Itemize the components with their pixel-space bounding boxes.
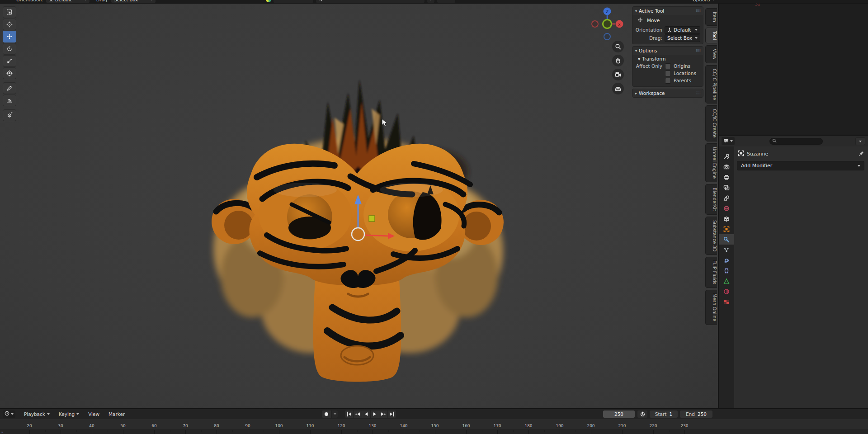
- filter-button[interactable]: [855, 137, 865, 145]
- tool-annotate-button[interactable]: [3, 82, 16, 94]
- end-frame-field[interactable]: End 250: [680, 410, 712, 418]
- drag-dots-icon[interactable]: ⠿⠿: [696, 9, 700, 13]
- expand-arrow-icon[interactable]: »: [1, 429, 4, 434]
- tool-scale-button[interactable]: [3, 55, 16, 67]
- pan-icon[interactable]: [612, 55, 624, 66]
- checkbox-origins[interactable]: [665, 63, 671, 69]
- properties-tab-collection[interactable]: [719, 213, 734, 224]
- drag-dropdown[interactable]: Select Box: [665, 34, 700, 42]
- ruler-tick: [466, 430, 467, 434]
- properties-tab-output[interactable]: [719, 172, 734, 182]
- properties-tab-physics[interactable]: [719, 255, 734, 265]
- properties-tab-particles[interactable]: [719, 245, 734, 255]
- outliner-area[interactable]: 31: [719, 4, 868, 134]
- properties-tab-material[interactable]: [719, 286, 734, 297]
- snapping-icon-group[interactable]: [273, 0, 314, 3]
- workspace-header[interactable]: ▸ Workspace ⠿⠿: [632, 89, 703, 97]
- properties-tab-tool[interactable]: [719, 151, 734, 161]
- navigation-gizmo[interactable]: Z x: [590, 4, 628, 45]
- tool-measure-button[interactable]: [3, 94, 16, 106]
- next-keyframe-button[interactable]: [379, 410, 387, 418]
- proportional-edit-field[interactable]: [316, 0, 425, 3]
- orientation-dropdown[interactable]: Default: [665, 26, 700, 34]
- properties-tab-view-layer[interactable]: [719, 182, 734, 193]
- start-frame-field[interactable]: Start 1: [650, 410, 678, 418]
- axis-y-ball[interactable]: [603, 20, 612, 28]
- grid-icon[interactable]: [612, 83, 624, 94]
- editor-type-button[interactable]: [722, 137, 735, 145]
- tool-select-box-button[interactable]: [3, 6, 16, 18]
- properties-tab-object[interactable]: [719, 224, 734, 234]
- suzanne-model[interactable]: [199, 59, 515, 393]
- sidebar-tab-unreal-engine[interactable]: Unreal Engine: [705, 143, 717, 182]
- drag-dots-icon[interactable]: ⠿⠿: [696, 49, 700, 53]
- transform-subsection[interactable]: ▾ Transform: [632, 55, 703, 62]
- pin-icon[interactable]: [859, 151, 864, 157]
- tool-transform-button[interactable]: [3, 67, 16, 79]
- menu-marker[interactable]: Marker: [104, 410, 129, 418]
- current-frame-field[interactable]: 250: [603, 410, 635, 418]
- active-tool-panel: ▾ Active Tool ⠿⠿ Move Orientation Defaul…: [632, 6, 703, 99]
- timeline-ruler[interactable]: 2030405060708090100110120130140150160170…: [0, 419, 868, 429]
- zoom-icon[interactable]: [612, 41, 624, 52]
- add-modifier-dropdown[interactable]: Add Modifier: [737, 161, 864, 170]
- auto-keying-dropdown[interactable]: [332, 410, 338, 418]
- active-tool-header[interactable]: ▾ Active Tool ⠿⠿: [632, 7, 703, 15]
- play-button[interactable]: [371, 410, 379, 418]
- properties-tab-data[interactable]: [719, 276, 734, 286]
- camera-icon[interactable]: [612, 69, 624, 80]
- drag-row: Drag: Select Box: [632, 34, 703, 44]
- orientation-dropdown[interactable]: Default: [46, 0, 90, 3]
- orientation-label: Orientation: [635, 27, 662, 33]
- timeline-channel[interactable]: [0, 429, 868, 434]
- ruler-tick: [341, 430, 342, 434]
- ruler-tick: [560, 430, 560, 434]
- properties-tab-texture[interactable]: [719, 297, 734, 307]
- stopwatch-button[interactable]: [637, 410, 647, 418]
- auto-keying-button[interactable]: [322, 410, 331, 418]
- sidebar-tab-tool[interactable]: Tool: [705, 28, 717, 43]
- properties-tab-world[interactable]: [719, 203, 734, 213]
- menu-playback[interactable]: Playback: [20, 410, 54, 418]
- sidebar-tab-blenderkit[interactable]: BlenderKit: [705, 184, 717, 215]
- sidebar-tab-substance-3d[interactable]: Substance 3D: [705, 217, 717, 255]
- jump-end-button[interactable]: [388, 410, 396, 418]
- checkbox-parents[interactable]: [665, 78, 671, 84]
- sidebar-tab-view[interactable]: View: [705, 45, 717, 63]
- viewport-3d[interactable]: Z x ▾ Active Tool ⠿⠿ Move Orien: [0, 4, 718, 408]
- menu-view[interactable]: View: [84, 410, 104, 418]
- drag-dots-icon[interactable]: ⠿⠿: [696, 91, 700, 95]
- sidebar-tab-flip-fluids[interactable]: FLIP Fluids: [705, 257, 717, 288]
- properties-tab-modifiers[interactable]: [719, 234, 734, 245]
- axis-neg-x-ball[interactable]: [592, 21, 598, 27]
- editor-type-button[interactable]: [3, 410, 15, 418]
- tool-add-cube-button[interactable]: [3, 109, 16, 121]
- jump-start-button[interactable]: [345, 410, 353, 418]
- sidebar-tab-cc-ic-create[interactable]: CC/iC Create: [705, 105, 717, 142]
- gizmo-plane-handle[interactable]: [369, 216, 375, 222]
- object-name[interactable]: Suzanne: [747, 151, 768, 157]
- prev-keyframe-button[interactable]: [354, 410, 362, 418]
- timeline-menus: PlaybackKeyingViewMarker: [20, 409, 129, 419]
- drag-dropdown[interactable]: Select Box: [111, 0, 156, 3]
- tool-cursor-button[interactable]: [3, 19, 16, 30]
- workspace-section: ▸ Workspace ⠿⠿: [632, 89, 703, 98]
- properties-tab-constraints[interactable]: [719, 265, 734, 276]
- tool-rotate-button[interactable]: [3, 43, 16, 55]
- properties-tab-render[interactable]: [719, 161, 734, 172]
- overlay-icon-group[interactable]: [437, 0, 456, 3]
- search-input[interactable]: [769, 138, 823, 145]
- options-header[interactable]: ▾ Options ⠿⠿: [632, 47, 703, 55]
- play-reverse-button[interactable]: [362, 410, 370, 418]
- sidebar-tab-cc-ic-pipeline[interactable]: CC/iC Pipeline: [705, 65, 717, 104]
- sidebar-tab-item[interactable]: Item: [705, 8, 717, 26]
- ruler-tick: [622, 430, 623, 434]
- properties-tab-scene[interactable]: [719, 193, 734, 203]
- checkbox-locations[interactable]: [665, 71, 671, 76]
- sidebar-tab-mesh-online[interactable]: Mesh Online: [705, 290, 717, 325]
- menu-keying[interactable]: Keying: [55, 410, 83, 418]
- dropdown-button[interactable]: [427, 0, 435, 3]
- tool-move-button[interactable]: [3, 31, 16, 42]
- options-menu[interactable]: Options: [693, 0, 710, 2]
- axis-neg-z-ball[interactable]: [604, 33, 610, 40]
